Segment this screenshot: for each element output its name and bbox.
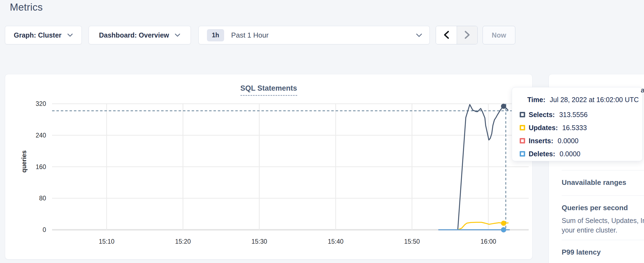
- chart-hover-tooltip: Time:Jul 28, 2022 at 16:02:00 UTC Select…: [512, 87, 643, 161]
- dashboard-dropdown-label: Dashboard: Overview: [99, 31, 169, 39]
- hover-dot-selects: [501, 104, 506, 109]
- page-title: Metrics: [10, 2, 43, 13]
- chevron-left-icon: [443, 30, 449, 40]
- next-time-button[interactable]: [457, 26, 477, 44]
- graph-dropdown[interactable]: Graph: Cluster: [5, 26, 82, 44]
- tooltip-series-row: Selects:313.5556: [520, 108, 642, 121]
- sidebar-section-description-line: your entire cluster.: [562, 225, 644, 235]
- time-range-badge: 1h: [207, 29, 224, 41]
- tooltip-series-value: 0.0000: [559, 150, 580, 158]
- tooltip-series-value: 0.0000: [558, 137, 578, 145]
- tooltip-series-row: Updates:16.5333: [520, 121, 642, 134]
- dashboard-dropdown[interactable]: Dashboard: Overview: [89, 26, 191, 44]
- chevron-down-icon: [67, 33, 73, 37]
- sidebar-section: Queries per secondSum of Selects, Update…: [562, 203, 644, 240]
- prev-time-button[interactable]: [436, 26, 457, 44]
- chevron-right-icon: [464, 30, 470, 40]
- tooltip-series-label: Selects:: [529, 111, 555, 119]
- sidebar-section-description-line: Sum of Selects, Updates, Inserts and Del…: [562, 216, 644, 225]
- x-tick-label: 15:10: [99, 238, 115, 245]
- metrics-page: Metrics Graph: Cluster Dashboard: Overvi…: [0, 0, 644, 263]
- series-swatch-icon: [520, 138, 525, 143]
- tooltip-time-label: Time:: [527, 96, 545, 103]
- hover-dot-updates: [501, 221, 506, 226]
- x-tick-label: 15:20: [175, 238, 191, 245]
- clipped-heading-fragment: a: [641, 86, 644, 94]
- sidebar-section-heading: P99 latency: [562, 248, 644, 256]
- y-tick-label: 80: [39, 195, 46, 202]
- x-tick-label: 15:30: [251, 238, 267, 245]
- tooltip-series-row: Deletes:0.0000: [520, 147, 642, 160]
- y-tick-label: 320: [36, 100, 46, 107]
- sidebar-section-heading: Queries per second: [562, 203, 644, 212]
- series-line-updates: [458, 222, 508, 230]
- tooltip-series-label: Deletes:: [529, 150, 555, 158]
- series-swatch-icon: [520, 125, 525, 130]
- x-tick-label: 15:40: [328, 238, 344, 245]
- series-swatch-icon: [520, 151, 525, 157]
- sidebar-divider: [562, 195, 644, 196]
- chevron-down-icon: [416, 33, 422, 37]
- now-button[interactable]: Now: [483, 26, 515, 44]
- series-swatch-icon: [520, 112, 525, 117]
- tooltip-series-label: Updates:: [529, 124, 558, 132]
- chevron-down-icon: [174, 33, 180, 37]
- tooltip-time-value: Jul 28, 2022 at 16:02:00 UTC: [550, 96, 639, 103]
- tooltip-series-rows: Selects:313.5556Updates:16.5333Inserts:0…: [520, 108, 642, 160]
- tooltip-series-value: 313.5556: [559, 111, 588, 119]
- y-tick-label: 160: [36, 163, 46, 170]
- x-tick-label: 15:50: [404, 238, 420, 245]
- time-pager: [436, 26, 478, 44]
- tooltip-series-label: Inserts:: [529, 137, 553, 145]
- sidebar-divider: [562, 240, 644, 240]
- tooltip-series-value: 16.5333: [562, 124, 587, 132]
- y-tick-label: 0: [43, 226, 46, 233]
- sidebar-section-heading: Unavailable ranges: [562, 178, 644, 187]
- sql-statements-chart[interactable]: 08016024032015:1015:2015:3015:4015:5016:…: [5, 74, 533, 259]
- tooltip-series-row: Inserts:0.0000: [520, 134, 642, 147]
- sidebar-divider: [562, 170, 644, 170]
- hover-dot-deletes: [501, 227, 506, 233]
- graph-dropdown-label: Graph: Cluster: [14, 31, 61, 39]
- tooltip-time-row: Time:Jul 28, 2022 at 16:02:00 UTC: [527, 96, 642, 104]
- time-range-selector[interactable]: 1h Past 1 Hour: [198, 26, 430, 44]
- y-tick-label: 240: [36, 132, 46, 139]
- sidebar-section: Unavailable ranges: [562, 178, 644, 195]
- sql-statements-chart-card: SQL Statements 08016024032015:1015:2015:…: [5, 74, 532, 259]
- y-axis-label: queries: [20, 150, 28, 173]
- time-range-label: Past 1 Hour: [231, 31, 269, 39]
- x-tick-label: 16:00: [480, 238, 496, 245]
- sidebar-section: P99 latency: [562, 248, 644, 263]
